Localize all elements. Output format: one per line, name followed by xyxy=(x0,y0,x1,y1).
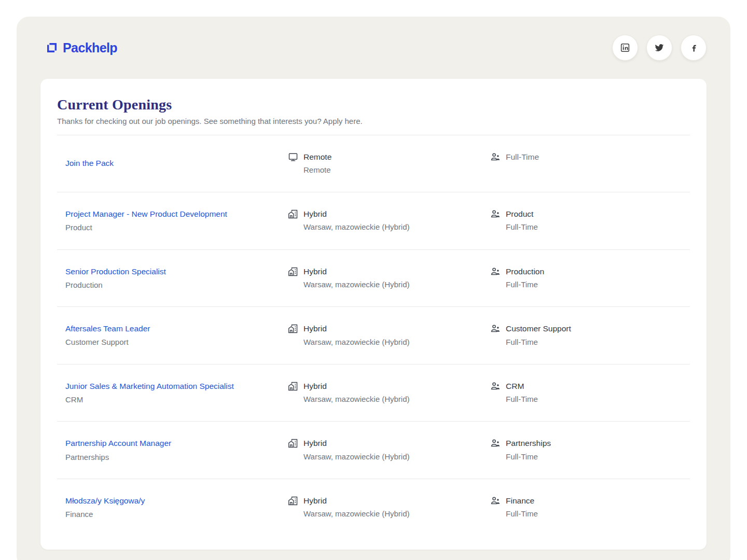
job-team: Production xyxy=(65,280,288,290)
people-icon xyxy=(490,438,501,449)
page-subtitle: Thanks for checking out our job openings… xyxy=(57,117,690,125)
job-department-cell: Product Full-Time xyxy=(490,209,682,232)
job-location-cell: Hybrid Warsaw, mazowieckie (Hybrid) xyxy=(288,267,490,290)
job-title-link[interactable]: Junior Sales & Marketing Automation Spec… xyxy=(65,381,288,391)
home-work-icon xyxy=(288,209,298,219)
job-row: Partnership Account Manager Partnerships… xyxy=(57,422,690,479)
packhelp-logo-icon xyxy=(46,41,58,54)
packhelp-logo[interactable]: Packhelp xyxy=(46,40,117,55)
people-icon xyxy=(490,209,501,219)
job-location: Warsaw, mazowieckie (Hybrid) xyxy=(303,279,410,290)
job-department: CRM xyxy=(506,381,538,391)
home-work-icon xyxy=(288,438,298,449)
home-work-icon xyxy=(288,267,298,277)
job-team: Finance xyxy=(65,509,288,520)
facebook-button[interactable] xyxy=(681,35,707,61)
job-location-cell: Hybrid Warsaw, mazowieckie (Hybrid) xyxy=(288,209,490,232)
workplace-type: Hybrid xyxy=(303,496,410,506)
job-team: CRM xyxy=(65,395,288,405)
job-location-cell: Hybrid Warsaw, mazowieckie (Hybrid) xyxy=(288,324,490,347)
job-title-link[interactable]: Project Manager - New Product Developmen… xyxy=(65,209,288,219)
employment-type: Full-Time xyxy=(506,394,538,404)
top-bar: Packhelp xyxy=(17,17,730,79)
employment-type: Full-Time xyxy=(506,509,538,519)
linkedin-icon xyxy=(620,43,630,52)
job-location-cell: Hybrid Warsaw, mazowieckie (Hybrid) xyxy=(288,496,490,519)
job-location-cell: Hybrid Warsaw, mazowieckie (Hybrid) xyxy=(288,438,490,461)
job-row: Aftersales Team Leader Customer Support … xyxy=(57,307,690,365)
employment-type: Full-Time xyxy=(506,222,538,232)
job-row: Junior Sales & Marketing Automation Spec… xyxy=(57,365,690,422)
twitter-icon xyxy=(655,43,664,52)
job-department-cell: CRM Full-Time xyxy=(490,381,682,404)
workplace-type: Hybrid xyxy=(303,438,410,448)
job-department-cell: Customer Support Full-Time xyxy=(490,324,682,347)
job-title-link[interactable]: Aftersales Team Leader xyxy=(65,324,288,334)
people-icon xyxy=(490,324,501,334)
job-location: Warsaw, mazowieckie (Hybrid) xyxy=(303,394,410,404)
employment-type: Full-Time xyxy=(506,452,551,462)
workplace-type: Hybrid xyxy=(303,267,410,276)
people-icon xyxy=(490,152,501,162)
workplace-type: Hybrid xyxy=(303,381,410,391)
job-team: Customer Support xyxy=(65,337,288,347)
people-icon xyxy=(490,267,501,277)
job-row: Senior Production Specialist Production … xyxy=(57,250,690,307)
job-location: Remote xyxy=(303,165,331,175)
job-row: Project Manager - New Product Developmen… xyxy=(57,192,690,250)
people-icon xyxy=(490,496,501,506)
job-team: Partnerships xyxy=(65,452,288,463)
social-links xyxy=(612,35,707,61)
job-department-cell: Production Full-Time xyxy=(490,267,682,290)
job-department: Production xyxy=(506,267,544,276)
job-location-cell: Remote Remote xyxy=(288,152,490,175)
job-title-link[interactable]: Join the Pack xyxy=(65,158,288,169)
job-location: Warsaw, mazowieckie (Hybrid) xyxy=(303,509,410,519)
job-department-cell: Finance Full-Time xyxy=(490,496,682,519)
workplace-type: Remote xyxy=(303,152,331,162)
openings-header: Current Openings Thanks for checking out… xyxy=(57,96,690,135)
employment-type: Full-Time xyxy=(506,152,539,162)
openings-card: Current Openings Thanks for checking out… xyxy=(40,79,707,550)
linkedin-button[interactable] xyxy=(612,35,638,61)
job-department-cell: Full-Time xyxy=(490,152,682,162)
job-title-link[interactable]: Młodsza/y Księgowa/y xyxy=(65,496,288,506)
packhelp-logo-text: Packhelp xyxy=(63,40,117,55)
people-icon xyxy=(490,381,501,391)
home-work-icon xyxy=(288,381,298,391)
job-title-link[interactable]: Senior Production Specialist xyxy=(65,267,288,277)
job-location: Warsaw, mazowieckie (Hybrid) xyxy=(303,452,410,462)
job-location: Warsaw, mazowieckie (Hybrid) xyxy=(303,222,410,232)
job-location-cell: Hybrid Warsaw, mazowieckie (Hybrid) xyxy=(288,381,490,404)
home-work-icon xyxy=(288,324,298,334)
monitor-icon xyxy=(288,152,298,162)
page-background: Packhelp Current Openings Thanks for che… xyxy=(17,17,730,560)
twitter-button[interactable] xyxy=(646,35,672,61)
job-department: Customer Support xyxy=(506,324,571,333)
job-department: Finance xyxy=(506,496,538,506)
workplace-type: Hybrid xyxy=(303,324,410,333)
workplace-type: Hybrid xyxy=(303,209,410,219)
job-team: Product xyxy=(65,222,288,233)
home-work-icon xyxy=(288,496,298,506)
job-row: Join the Pack Remote Remote Full-Time xyxy=(57,135,690,192)
job-location: Warsaw, mazowieckie (Hybrid) xyxy=(303,337,410,347)
facebook-icon xyxy=(689,43,698,52)
job-department: Product xyxy=(506,209,538,219)
job-title-link[interactable]: Partnership Account Manager xyxy=(65,438,288,449)
job-department: Partnerships xyxy=(506,438,551,448)
employment-type: Full-Time xyxy=(506,337,571,347)
job-row: Młodsza/y Księgowa/y Finance Hybrid Wars… xyxy=(57,479,690,536)
job-department-cell: Partnerships Full-Time xyxy=(490,438,682,461)
page-title: Current Openings xyxy=(57,96,690,113)
employment-type: Full-Time xyxy=(506,279,544,290)
